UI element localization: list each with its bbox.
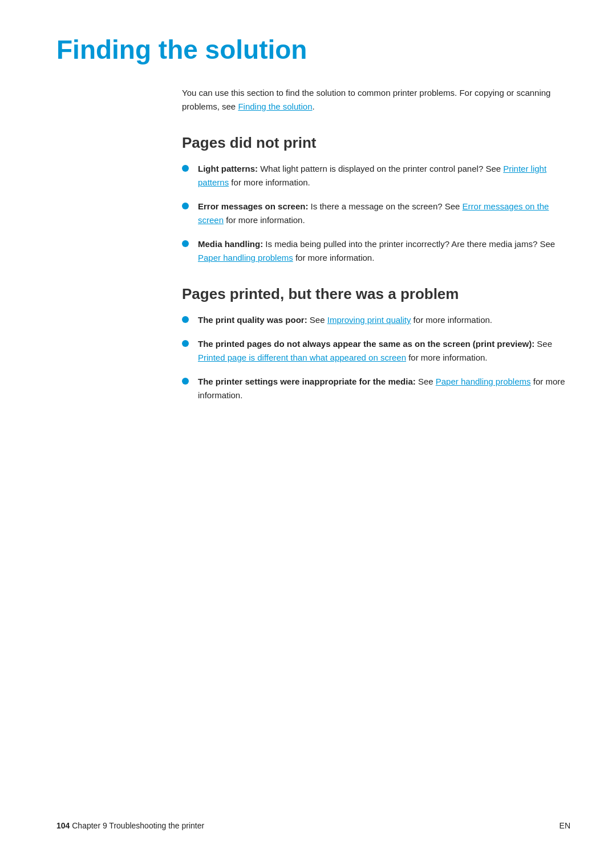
bullet-content: The printed pages do not always appear t… [198,337,570,365]
intro-text-after-link: . [312,102,314,111]
bullet-content: Error messages on screen: Is there a mes… [198,200,570,227]
bullet-text-before-link: Is media being pulled into the printer i… [263,239,555,249]
list-item: The printer settings were inappropriate … [182,375,570,402]
bullet-content: The print quality was poor: See Improvin… [198,313,570,327]
bullet-text-after-link: for more information. [229,177,310,187]
section-heading-2: Pages printed, but there was a problem [182,285,570,303]
bullet-text-before-link: See [307,315,327,325]
bullet-dot-icon [182,240,189,247]
section-pages-printed-problem: Pages printed, but there was a problem T… [56,285,570,402]
bullet-link[interactable]: Paper handling problems [436,377,531,386]
bullet-bold-text: The print quality was poor: [198,315,307,325]
bullet-dot-icon [182,165,189,172]
list-item: Media handling: Is media being pulled in… [182,237,570,265]
bullet-dot-icon [182,340,189,347]
bullet-link[interactable]: Printed page is different than what appe… [198,353,406,362]
list-item: Error messages on screen: Is there a mes… [182,200,570,227]
section-heading-1: Pages did not print [182,134,570,152]
bullet-link[interactable]: Paper handling problems [198,253,293,262]
intro-paragraph: You can use this section to find the sol… [182,86,570,114]
bullet-text-before-link: See [534,339,552,349]
bullet-list-2: The print quality was poor: See Improvin… [182,313,570,402]
page-container: Finding the solution You can use this se… [0,0,616,468]
section-pages-did-not-print: Pages did not print Light patterns: What… [56,134,570,265]
footer-left: 104 Chapter 9 Troubleshooting the printe… [56,821,204,830]
bullet-content: The printer settings were inappropriate … [198,375,570,402]
bullet-text-after-link: for more information. [293,253,375,262]
footer-page-number: 104 [56,821,70,830]
bullet-bold-text: Light patterns: [198,164,258,173]
bullet-bold-text: The printer settings were inappropriate … [198,377,416,386]
bullet-link[interactable]: Improving print quality [327,315,411,325]
bullet-bold-text: Media handling: [198,239,263,249]
list-item: Light patterns: What light pattern is di… [182,162,570,189]
list-item: The printed pages do not always appear t… [182,337,570,365]
intro-text-before-link: You can use this section to find the sol… [182,88,550,111]
footer-chapter-text: Chapter 9 Troubleshooting the printer [70,821,204,830]
bullet-text-before-link: See [416,377,436,386]
bullet-text-before-link: What light pattern is displayed on the p… [258,164,503,173]
bullet-text-after-link: for more information. [224,215,305,225]
footer-right: EN [560,821,570,830]
bullet-bold-text: The printed pages do not always appear t… [198,339,534,349]
page-title: Finding the solution [56,34,570,66]
bullet-dot-icon [182,203,189,209]
bullet-text-before-link: Is there a message on the screen? See [308,201,462,211]
page-footer: 104 Chapter 9 Troubleshooting the printe… [0,821,616,830]
bullet-list-1: Light patterns: What light pattern is di… [182,162,570,265]
intro-link[interactable]: Finding the solution [238,102,312,111]
bullet-bold-text: Error messages on screen: [198,201,308,211]
bullet-content: Light patterns: What light pattern is di… [198,162,570,189]
list-item: The print quality was poor: See Improvin… [182,313,570,327]
bullet-text-after-link: for more information. [411,315,492,325]
bullet-text-after-link: for more information. [406,353,488,362]
bullet-dot-icon [182,316,189,323]
bullet-content: Media handling: Is media being pulled in… [198,237,570,265]
bullet-dot-icon [182,378,189,385]
